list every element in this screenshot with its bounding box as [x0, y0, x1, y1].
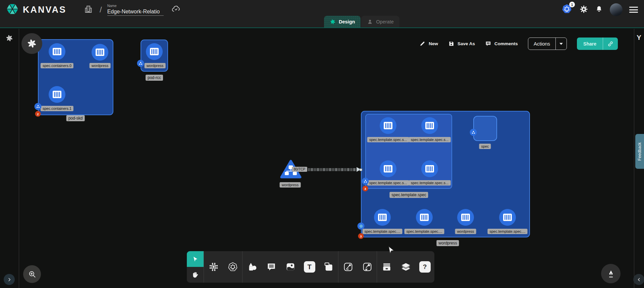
node-label: wordpress — [145, 63, 166, 68]
actions-label[interactable]: Actions — [528, 38, 556, 50]
kanvas-logo[interactable]: KANVAS — [6, 3, 66, 17]
draw-line-tool-icon[interactable] — [338, 251, 358, 283]
pod-badge-icon[interactable] — [35, 103, 42, 110]
comment-tool-icon[interactable] — [262, 251, 281, 283]
node-label: spec.containers.1 — [41, 106, 73, 111]
breadcrumb-separator: / — [100, 5, 102, 14]
node-label: wordpress — [280, 182, 301, 188]
node-bottom-wordpress[interactable] — [457, 209, 474, 226]
share-label[interactable]: Share — [577, 38, 603, 50]
node-bottom-2[interactable] — [416, 209, 433, 226]
node-bottom-1[interactable] — [374, 209, 391, 226]
group-label-pod-rcc: pod-rcc — [146, 75, 163, 81]
comments-button[interactable]: Comments — [485, 41, 518, 47]
mesh-badge-icon[interactable] — [358, 223, 365, 230]
user-avatar[interactable] — [610, 3, 623, 16]
group-spec-template-spec[interactable] — [365, 114, 452, 189]
kubernetes-tool-icon[interactable] — [223, 251, 242, 283]
meshery-spinner-icon[interactable] — [5, 34, 13, 44]
node-label: wordpress — [90, 63, 111, 68]
share-link-icon[interactable] — [603, 38, 618, 50]
edge-service-to-deployment[interactable] — [301, 168, 357, 171]
settings-gear-icon[interactable] — [579, 5, 588, 15]
node-bottom-4[interactable] — [499, 209, 516, 226]
app-header: KANVAS / Name — [0, 0, 644, 28]
note-tool-icon[interactable] — [319, 251, 338, 283]
tab-operate-label: Operate — [376, 19, 393, 24]
mode-tabs: Design Operate — [324, 16, 399, 27]
node-spec[interactable] — [473, 116, 497, 141]
tab-design-label: Design — [339, 19, 355, 24]
image-tool-icon[interactable] — [281, 251, 300, 283]
kubernetes-context-button[interactable]: 1 — [561, 3, 573, 16]
pod-badge-icon[interactable] — [137, 60, 144, 67]
left-rail — [0, 29, 19, 288]
notifications-bell-icon[interactable] — [595, 5, 603, 14]
pod-badge-icon[interactable] — [470, 129, 477, 136]
share-split-button[interactable]: Share — [577, 38, 618, 50]
node-label: spec.template.spec.s... — [367, 137, 409, 142]
alert-count-badge[interactable]: 3 — [358, 233, 364, 239]
save-as-button[interactable]: Save As — [448, 41, 475, 47]
freehand-tool-icon[interactable] — [358, 251, 377, 283]
help-glyph: ? — [423, 263, 427, 271]
pen-nib-button[interactable] — [601, 264, 621, 283]
select-tool[interactable] — [187, 251, 204, 267]
text-tool-glyph: T — [307, 263, 311, 271]
group-label-pod-skd: pod-skd — [66, 115, 85, 121]
node-template-3[interactable] — [380, 160, 396, 177]
alert-count-badge[interactable]: 2 — [35, 111, 41, 117]
tab-operate[interactable]: Operate — [361, 16, 399, 27]
canvas-tool-dock: T — [187, 251, 434, 283]
edge-connection-handle[interactable] — [360, 168, 362, 171]
tab-design[interactable]: Design — [324, 16, 361, 27]
layers-tool-icon[interactable] — [396, 251, 415, 283]
archive-tool-icon[interactable] — [377, 251, 396, 283]
validate-y-icon[interactable]: Y — [635, 33, 643, 42]
node-label: spec.template.spec.s... — [409, 180, 451, 186]
text-tool-icon[interactable]: T — [300, 251, 319, 283]
alert-count-badge[interactable]: 3 — [363, 186, 368, 192]
node-spec-containers-0[interactable] — [49, 43, 65, 60]
node-label: spec.template.spec.s... — [367, 180, 409, 186]
group-label-spec-template-spec: spec.template.spec — [389, 192, 428, 198]
node-label: spec.template.spec.... — [363, 229, 402, 234]
design-canvas[interactable]: Y Feedback New — [0, 29, 644, 288]
shapes-tool-icon[interactable] — [243, 251, 262, 283]
node-spec-containers-1[interactable] — [49, 86, 65, 103]
canvas-menu-asterisk-button[interactable] — [21, 33, 42, 54]
zoom-search-button[interactable] — [23, 265, 41, 283]
help-tool-icon[interactable]: ? — [415, 251, 434, 283]
kubernetes-count-badge: 1 — [569, 2, 575, 7]
node-label: spec.template.spec.s... — [409, 137, 451, 142]
organization-icon[interactable] — [84, 5, 93, 15]
save-as-label: Save As — [458, 41, 475, 46]
actions-dropdown-caret[interactable] — [556, 38, 567, 50]
comments-label: Comments — [494, 41, 518, 46]
node-wordpress-2[interactable] — [146, 43, 163, 60]
edge-port-label: 80/TCP — [292, 167, 307, 172]
node-wordpress-1[interactable] — [92, 44, 108, 61]
new-button[interactable]: New — [419, 41, 438, 47]
feedback-tab[interactable]: Feedback — [635, 134, 644, 169]
pod-badge-icon[interactable] — [362, 178, 369, 185]
node-template-1[interactable] — [380, 117, 396, 134]
node-label: spec.template.spec.... — [405, 229, 444, 234]
feedback-label: Feedback — [637, 142, 642, 161]
canvas-action-toolbar: New Save As Comments Actions Share — [419, 38, 618, 50]
new-label: New — [429, 41, 438, 46]
collapse-right-panel-button[interactable] — [633, 274, 644, 285]
kanvas-logo-icon — [6, 3, 19, 17]
actions-split-button[interactable]: Actions — [528, 38, 567, 50]
node-label: wordpress — [455, 229, 476, 234]
node-label: spec.template.spec.... — [488, 229, 528, 234]
component-tool-icon[interactable] — [204, 251, 223, 283]
design-name-input[interactable] — [107, 8, 164, 16]
node-label: spec — [479, 144, 491, 149]
expand-left-panel-button[interactable] — [4, 274, 15, 285]
pan-tool[interactable] — [187, 267, 204, 283]
group-label-wordpress: wordpress — [436, 240, 459, 246]
node-template-2[interactable] — [421, 117, 438, 134]
node-template-4[interactable] — [421, 160, 438, 177]
menu-hamburger-icon[interactable] — [629, 7, 638, 13]
